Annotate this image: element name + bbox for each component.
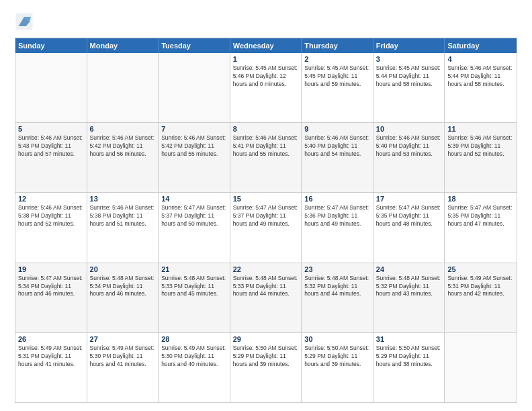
day-number: 20 — [90, 265, 156, 273]
day-cell: 28Sunrise: 5:49 AM Sunset: 5:30 PM Dayli… — [159, 333, 230, 402]
day-cell — [159, 53, 230, 122]
week-row-3: 12Sunrise: 5:46 AM Sunset: 5:38 PM Dayli… — [15, 192, 517, 262]
day-cell: 20Sunrise: 5:48 AM Sunset: 5:34 PM Dayli… — [87, 263, 159, 332]
day-cell: 13Sunrise: 5:46 AM Sunset: 5:38 PM Dayli… — [87, 193, 159, 262]
day-cell: 7Sunrise: 5:46 AM Sunset: 5:42 PM Daylig… — [159, 123, 230, 192]
day-info: Sunrise: 5:46 AM Sunset: 5:38 PM Dayligh… — [90, 204, 156, 228]
day-info: Sunrise: 5:45 AM Sunset: 5:45 PM Dayligh… — [304, 64, 370, 89]
day-info: Sunrise: 5:46 AM Sunset: 5:39 PM Dayligh… — [447, 134, 514, 158]
day-cell: 9Sunrise: 5:46 AM Sunset: 5:40 PM Daylig… — [302, 123, 373, 192]
day-cell — [15, 53, 87, 122]
day-header-monday: Monday — [87, 38, 159, 53]
day-number: 22 — [233, 265, 299, 273]
week-row-2: 5Sunrise: 5:46 AM Sunset: 5:43 PM Daylig… — [15, 122, 517, 192]
day-cell: 11Sunrise: 5:46 AM Sunset: 5:39 PM Dayli… — [445, 123, 517, 192]
day-cell: 14Sunrise: 5:47 AM Sunset: 5:37 PM Dayli… — [159, 193, 230, 262]
day-cell: 4Sunrise: 5:46 AM Sunset: 5:44 PM Daylig… — [445, 53, 517, 122]
day-number: 13 — [90, 195, 156, 203]
day-info: Sunrise: 5:48 AM Sunset: 5:33 PM Dayligh… — [233, 275, 299, 299]
day-cell: 26Sunrise: 5:49 AM Sunset: 5:31 PM Dayli… — [15, 333, 87, 402]
day-number: 23 — [304, 265, 370, 273]
day-cell: 10Sunrise: 5:46 AM Sunset: 5:40 PM Dayli… — [373, 123, 445, 192]
day-cell: 29Sunrise: 5:50 AM Sunset: 5:29 PM Dayli… — [230, 333, 302, 402]
day-info: Sunrise: 5:49 AM Sunset: 5:31 PM Dayligh… — [18, 345, 84, 369]
day-info: Sunrise: 5:47 AM Sunset: 5:37 PM Dayligh… — [161, 204, 227, 228]
day-number: 10 — [376, 125, 442, 133]
day-number: 25 — [447, 265, 514, 273]
day-number: 1 — [233, 55, 299, 63]
day-info: Sunrise: 5:48 AM Sunset: 5:33 PM Dayligh… — [161, 275, 227, 299]
day-info: Sunrise: 5:49 AM Sunset: 5:31 PM Dayligh… — [447, 275, 514, 299]
day-number: 8 — [233, 125, 299, 133]
day-number: 21 — [161, 265, 227, 273]
day-info: Sunrise: 5:48 AM Sunset: 5:34 PM Dayligh… — [90, 275, 156, 299]
day-number: 19 — [18, 265, 84, 273]
day-headers: SundayMondayTuesdayWednesdayThursdayFrid… — [15, 38, 517, 53]
day-number: 30 — [304, 335, 370, 343]
day-cell: 17Sunrise: 5:47 AM Sunset: 5:35 PM Dayli… — [373, 193, 445, 262]
day-info: Sunrise: 5:49 AM Sunset: 5:30 PM Dayligh… — [161, 345, 227, 369]
day-cell: 6Sunrise: 5:46 AM Sunset: 5:42 PM Daylig… — [87, 123, 159, 192]
day-number: 26 — [18, 335, 84, 343]
day-number: 6 — [90, 125, 156, 133]
day-cell: 27Sunrise: 5:49 AM Sunset: 5:30 PM Dayli… — [87, 333, 159, 402]
day-number: 3 — [376, 55, 442, 63]
day-header-friday: Friday — [373, 38, 445, 53]
day-number: 24 — [376, 265, 442, 273]
day-info: Sunrise: 5:48 AM Sunset: 5:32 PM Dayligh… — [304, 275, 370, 299]
day-number: 17 — [376, 195, 442, 203]
day-cell — [87, 53, 159, 122]
day-cell: 8Sunrise: 5:46 AM Sunset: 5:41 PM Daylig… — [230, 123, 302, 192]
day-cell: 21Sunrise: 5:48 AM Sunset: 5:33 PM Dayli… — [159, 263, 230, 332]
day-number: 27 — [90, 335, 156, 343]
day-cell: 16Sunrise: 5:47 AM Sunset: 5:36 PM Dayli… — [302, 193, 373, 262]
week-row-5: 26Sunrise: 5:49 AM Sunset: 5:31 PM Dayli… — [15, 332, 517, 402]
page: SundayMondayTuesdayWednesdayThursdayFrid… — [0, 0, 532, 411]
day-info: Sunrise: 5:47 AM Sunset: 5:36 PM Dayligh… — [304, 204, 370, 228]
header — [15, 12, 517, 31]
day-info: Sunrise: 5:46 AM Sunset: 5:44 PM Dayligh… — [447, 64, 514, 89]
day-number: 18 — [447, 195, 514, 203]
day-number: 28 — [161, 335, 227, 343]
day-info: Sunrise: 5:45 AM Sunset: 5:44 PM Dayligh… — [376, 64, 442, 89]
week-row-1: 1Sunrise: 5:45 AM Sunset: 5:46 PM Daylig… — [15, 53, 517, 122]
day-info: Sunrise: 5:46 AM Sunset: 5:38 PM Dayligh… — [18, 204, 84, 228]
day-info: Sunrise: 5:47 AM Sunset: 5:35 PM Dayligh… — [376, 204, 442, 228]
day-number: 16 — [304, 195, 370, 203]
day-cell: 3Sunrise: 5:45 AM Sunset: 5:44 PM Daylig… — [373, 53, 445, 122]
day-info: Sunrise: 5:47 AM Sunset: 5:34 PM Dayligh… — [18, 275, 84, 299]
day-number: 7 — [161, 125, 227, 133]
day-number: 12 — [18, 195, 84, 203]
day-cell: 30Sunrise: 5:50 AM Sunset: 5:29 PM Dayli… — [302, 333, 373, 402]
day-cell: 5Sunrise: 5:46 AM Sunset: 5:43 PM Daylig… — [15, 123, 87, 192]
day-info: Sunrise: 5:47 AM Sunset: 5:37 PM Dayligh… — [233, 204, 299, 228]
day-info: Sunrise: 5:50 AM Sunset: 5:29 PM Dayligh… — [304, 345, 370, 369]
day-number: 15 — [233, 195, 299, 203]
day-number: 14 — [161, 195, 227, 203]
calendar: SundayMondayTuesdayWednesdayThursdayFrid… — [15, 38, 517, 403]
day-info: Sunrise: 5:46 AM Sunset: 5:42 PM Dayligh… — [90, 134, 156, 158]
day-info: Sunrise: 5:46 AM Sunset: 5:42 PM Dayligh… — [161, 134, 227, 158]
day-info: Sunrise: 5:48 AM Sunset: 5:32 PM Dayligh… — [376, 275, 442, 299]
weeks: 1Sunrise: 5:45 AM Sunset: 5:46 PM Daylig… — [15, 53, 517, 402]
day-number: 11 — [447, 125, 514, 133]
day-info: Sunrise: 5:45 AM Sunset: 5:46 PM Dayligh… — [233, 64, 299, 89]
day-header-tuesday: Tuesday — [159, 38, 230, 53]
day-cell: 19Sunrise: 5:47 AM Sunset: 5:34 PM Dayli… — [15, 263, 87, 332]
day-cell: 22Sunrise: 5:48 AM Sunset: 5:33 PM Dayli… — [230, 263, 302, 332]
day-info: Sunrise: 5:47 AM Sunset: 5:35 PM Dayligh… — [447, 204, 514, 228]
day-cell: 1Sunrise: 5:45 AM Sunset: 5:46 PM Daylig… — [230, 53, 302, 122]
day-cell: 18Sunrise: 5:47 AM Sunset: 5:35 PM Dayli… — [445, 193, 517, 262]
day-number: 2 — [304, 55, 370, 63]
day-cell: 2Sunrise: 5:45 AM Sunset: 5:45 PM Daylig… — [302, 53, 373, 122]
day-info: Sunrise: 5:46 AM Sunset: 5:43 PM Dayligh… — [18, 134, 84, 158]
day-info: Sunrise: 5:46 AM Sunset: 5:40 PM Dayligh… — [376, 134, 442, 158]
day-cell: 15Sunrise: 5:47 AM Sunset: 5:37 PM Dayli… — [230, 193, 302, 262]
day-header-wednesday: Wednesday — [230, 38, 302, 53]
day-header-thursday: Thursday — [302, 38, 373, 53]
day-cell: 23Sunrise: 5:48 AM Sunset: 5:32 PM Dayli… — [302, 263, 373, 332]
day-number: 4 — [447, 55, 514, 63]
day-info: Sunrise: 5:50 AM Sunset: 5:29 PM Dayligh… — [233, 345, 299, 369]
day-number: 29 — [233, 335, 299, 343]
day-cell — [445, 333, 517, 402]
